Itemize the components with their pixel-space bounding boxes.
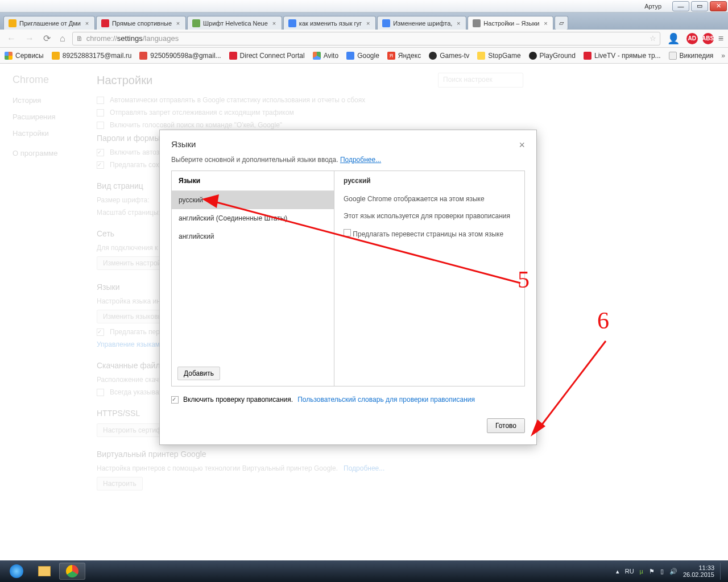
favicon-icon (229, 52, 237, 60)
system-tray: ▴ RU µ ⚑ ▯ 🔊 11:33 26.02.2015 (616, 563, 725, 580)
bookmark-item[interactable]: StopGame (477, 52, 520, 60)
adblock-abs-icon[interactable]: ABS (702, 33, 714, 44)
home-button[interactable]: ⌂ (57, 32, 68, 45)
checkbox[interactable] (97, 389, 104, 396)
checkbox[interactable] (97, 149, 104, 156)
tray-network-icon[interactable]: ▯ (660, 568, 664, 575)
favicon-icon (529, 52, 537, 60)
favicon-icon (52, 52, 60, 60)
language-item-english-us[interactable]: английский (Соединенные Штаты) (172, 209, 334, 227)
taskbar-clock[interactable]: 11:33 26.02.2015 (683, 564, 714, 578)
custom-dictionary-link[interactable]: Пользовательский словарь для проверки пр… (297, 396, 475, 404)
start-button[interactable] (3, 563, 30, 580)
offer-translate-checkbox[interactable] (344, 229, 351, 236)
reload-button[interactable]: ⟳ (41, 32, 53, 45)
tray-action-center-icon[interactable]: ⚑ (649, 568, 655, 575)
close-window-button[interactable]: ✕ (710, 1, 727, 11)
favicon-icon (101, 19, 109, 27)
adblock-icon[interactable]: AD (686, 33, 698, 44)
explorer-taskbar-button[interactable] (31, 563, 57, 580)
sidebar-item-settings[interactable]: Настройки (13, 129, 80, 138)
chrome-menu-button[interactable]: ≡ (718, 34, 723, 44)
tab-close-icon[interactable]: × (271, 20, 277, 27)
bookmarks-overflow-button[interactable]: » (721, 52, 725, 60)
bookmark-label: 89252883175@mail.ru (63, 52, 132, 60)
tab-close-icon[interactable]: × (84, 20, 90, 27)
favicon-icon (313, 52, 321, 60)
show-desktop-button[interactable] (720, 563, 725, 580)
user-button[interactable]: 👤 (665, 31, 682, 46)
tray-volume-icon[interactable]: 🔊 (669, 568, 677, 575)
checkbox[interactable] (97, 329, 104, 336)
bookmark-label: Яндекс (398, 52, 421, 60)
field-label: Размер шрифта: (97, 196, 150, 204)
checkbox[interactable] (97, 109, 104, 117)
checkbox[interactable] (97, 122, 104, 129)
chrome-taskbar-button[interactable] (59, 563, 85, 580)
tray-expand-icon[interactable]: ▴ (616, 568, 619, 575)
field-label: Масштаб страницы: (97, 209, 160, 217)
add-language-button[interactable]: Добавить (177, 367, 220, 380)
spellcheck-language-info: Этот язык используется для проверки прав… (344, 207, 515, 225)
language-item-russian[interactable]: русский (172, 191, 334, 209)
minimize-button[interactable]: — (672, 1, 689, 11)
forward-button[interactable]: → (23, 32, 36, 45)
favicon-icon (288, 19, 296, 27)
browser-toolbar: ← → ⟳ ⌂ 🗎 chrome://settings/languages ☆ … (0, 30, 728, 48)
sidebar-item-extensions[interactable]: Расширения (13, 113, 80, 121)
favicon-icon (429, 52, 437, 60)
bookmark-item[interactable]: Avito (313, 52, 338, 60)
bookmark-item[interactable]: Википедия (669, 52, 714, 60)
selected-language-header: русский (344, 177, 515, 190)
checkbox[interactable] (97, 97, 104, 104)
done-button[interactable]: Готово (487, 418, 525, 433)
tab-close-icon[interactable]: × (175, 20, 181, 27)
bookmark-label: Direct Connect Portal (240, 52, 305, 60)
tab-close-icon[interactable]: × (365, 20, 371, 27)
modal-subtitle: Выберите основной и дополнительный языки… (160, 156, 536, 171)
bookmark-item[interactable]: Games-tv (429, 52, 469, 60)
sidebar-item-about[interactable]: О программе (13, 149, 80, 157)
browser-tab-active[interactable]: Настройки – Языки× (468, 16, 553, 30)
browser-tab[interactable]: Приглашение от Дми× (3, 16, 95, 30)
browser-tab[interactable]: как изменить язык гуг× (283, 16, 376, 30)
chrome-brand: Chrome (13, 74, 80, 86)
bookmark-item[interactable]: 9250590598a@gmail... (139, 52, 221, 60)
settings-search-input[interactable]: Поиск настроек (438, 73, 523, 88)
learn-more-link[interactable]: Подробнее... (340, 156, 381, 164)
browser-tab[interactable]: Шрифт Helvetica Neue× (187, 16, 282, 30)
bookmark-item[interactable]: PlayGround (529, 52, 576, 60)
bookmark-item[interactable]: 89252883175@mail.ru (52, 52, 132, 60)
cloudprint-button[interactable]: Настроить (97, 477, 143, 490)
field-label: Расположение скачи (97, 376, 163, 384)
tab-close-icon[interactable]: × (543, 20, 548, 27)
tab-close-icon[interactable]: × (456, 20, 461, 27)
modal-subtitle-text: Выберите основной и дополнительный языки… (171, 156, 338, 164)
checkbox[interactable] (97, 161, 104, 169)
apps-button[interactable]: Сервисы (5, 52, 44, 60)
bookmark-star-icon[interactable]: ☆ (650, 34, 656, 43)
bookmark-item[interactable]: Direct Connect Portal (229, 52, 305, 60)
windows-user: Артур (640, 2, 666, 11)
back-button[interactable]: ← (5, 32, 18, 45)
new-tab-button[interactable]: ▱ (555, 16, 568, 30)
modal-close-button[interactable]: × (519, 139, 525, 151)
input-language-indicator[interactable]: RU (625, 568, 634, 575)
sidebar-item-history[interactable]: История (13, 96, 80, 105)
option-label: Включить автозап (110, 148, 167, 156)
enable-spellcheck-checkbox[interactable] (171, 396, 179, 404)
bookmark-label: PlayGround (540, 52, 576, 60)
bookmark-item[interactable]: LiveTV - прямые тр... (584, 52, 661, 60)
manage-languages-link[interactable]: Управление языками (97, 340, 164, 348)
bookmark-item[interactable]: Google (346, 52, 379, 60)
language-item-english[interactable]: английский (172, 227, 334, 246)
address-bar[interactable]: 🗎 chrome://settings/languages ☆ (72, 32, 660, 45)
browser-tab[interactable]: Прямые спортивные× (96, 16, 186, 30)
browser-tab[interactable]: Изменение шрифта, × (377, 16, 466, 30)
learn-more-link[interactable]: Подробнее... (344, 464, 384, 472)
bookmark-item[interactable]: ЯЯндекс (387, 52, 421, 60)
bookmark-label: Сервисы (15, 52, 44, 60)
browser-tabstrip: Приглашение от Дми× Прямые спортивные× Ш… (0, 13, 728, 30)
maximize-button[interactable]: ▭ (691, 1, 708, 11)
tray-utorrent-icon[interactable]: µ (640, 568, 643, 575)
